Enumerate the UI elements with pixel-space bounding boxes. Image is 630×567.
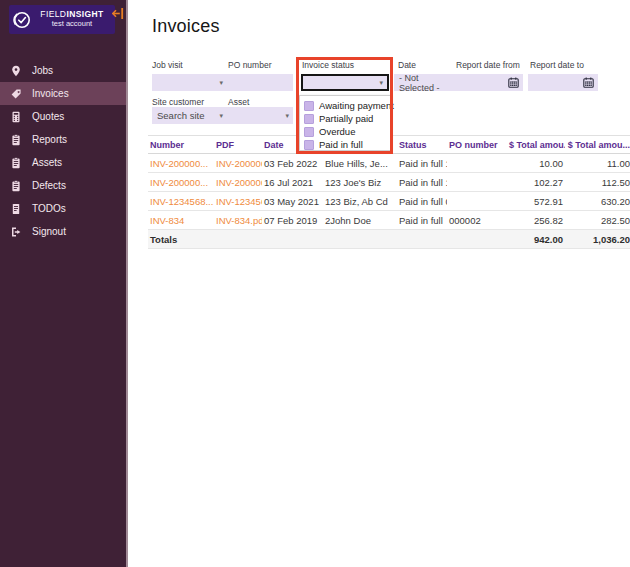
invoice-po <box>447 154 507 173</box>
invoice-total-inc: 112.50 <box>565 173 630 192</box>
checkbox-icon[interactable] <box>304 140 314 150</box>
invoice-total-inc: 630.20 <box>565 192 630 211</box>
invoice-po <box>447 173 507 192</box>
table-row: INV-200000... INV-200000... 16 Jul 2021 … <box>148 173 630 192</box>
site-customer-select[interactable]: Search site ▾ <box>152 107 227 124</box>
sidebar-item-assets[interactable]: Assets <box>0 151 126 174</box>
logo-text: FIELDINSIGHT test account <box>32 10 112 28</box>
sidebar-item-label: Signout <box>32 226 66 237</box>
job-visit-label: Job visit <box>152 60 183 70</box>
sidebar-item-invoices[interactable]: Invoices <box>0 82 126 105</box>
chevron-down-icon: ▾ <box>219 112 223 120</box>
col-header-pdf[interactable]: PDF <box>214 136 262 154</box>
sidebar-item-label: Jobs <box>32 65 53 76</box>
option-overdue[interactable]: Overdue <box>304 125 390 138</box>
invoice-status: Paid in full 1... <box>397 173 447 192</box>
invoice-po <box>447 192 507 211</box>
invoice-number-link[interactable]: INV-200000... <box>148 173 214 192</box>
clipboard-icon <box>10 157 22 169</box>
invoice-total-inc: 11.00 <box>565 154 630 173</box>
report-date-to-input[interactable] <box>528 74 598 91</box>
invoice-pdf-link[interactable]: INV-200000... <box>214 173 262 192</box>
invoice-date: 07 Feb 2019 <box>262 211 323 230</box>
calendar-icon[interactable] <box>583 77 594 88</box>
sidebar-item-label: Defects <box>32 180 66 191</box>
sidebar-item-label: Assets <box>32 157 62 168</box>
app-window: FIELDINSIGHT test account Jobs Invoic <box>0 0 630 567</box>
invoice-customer: Blue Hills, Je... <box>323 154 397 173</box>
logo-circle-check-icon <box>12 10 32 30</box>
totals-amount: 942.00 <box>507 230 565 249</box>
invoice-total: 10.00 <box>507 154 565 173</box>
report-date-from-input[interactable] <box>453 74 523 91</box>
sidebar-item-defects[interactable]: Defects <box>0 174 126 197</box>
sidebar-item-label: TODOs <box>32 203 66 214</box>
sidebar-item-reports[interactable]: Reports <box>0 128 126 151</box>
calendar-icon[interactable] <box>508 77 519 88</box>
sidebar-item-label: Invoices <box>32 88 69 99</box>
invoice-pdf-link[interactable]: INV-200000... <box>214 154 262 173</box>
invoice-status: Paid in full <box>397 211 447 230</box>
invoice-date: 03 May 2021 <box>262 192 323 211</box>
document-icon <box>10 203 22 215</box>
totals-label: Totals <box>148 230 214 249</box>
col-header-po[interactable]: PO number <box>447 136 507 154</box>
sidebar-item-label: Quotes <box>32 111 64 122</box>
invoice-number-link[interactable]: INV-834 <box>148 211 214 230</box>
sidebar-item-label: Reports <box>32 134 67 145</box>
collapse-sidebar-icon[interactable] <box>112 7 124 20</box>
sidebar-item-todos[interactable]: TODOs <box>0 197 126 220</box>
account-name: test account <box>32 20 112 29</box>
option-awaiting-payment[interactable]: Awaiting payment <box>304 99 390 112</box>
sidebar-nav: Jobs Invoices Quotes <box>0 59 126 243</box>
invoice-number-link[interactable]: INV-1234568... <box>148 192 214 211</box>
invoice-po: 000002 <box>447 211 507 230</box>
fieldinsight-logo: FIELDINSIGHT test account <box>9 5 115 34</box>
checkbox-icon[interactable] <box>304 127 314 137</box>
po-number-input[interactable] <box>227 74 293 91</box>
invoice-number-link[interactable]: INV-200000... <box>148 154 214 173</box>
col-header-total2[interactable]: $ Total amou... <box>565 136 630 154</box>
invoice-total-inc: 282.50 <box>565 211 630 230</box>
po-number-label: PO number <box>228 60 271 70</box>
table-row: INV-200000... INV-200000... 03 Feb 2022 … <box>148 154 630 173</box>
invoice-total: 572.91 <box>507 192 565 211</box>
table-row: INV-1234568... INV-1234568... 03 May 202… <box>148 192 630 211</box>
signout-icon <box>10 226 22 238</box>
report-date-from-label: Report date from <box>456 60 520 70</box>
invoice-status-select[interactable]: ▾ <box>301 74 389 91</box>
sidebar-item-jobs[interactable]: Jobs <box>0 59 126 82</box>
clipboard-icon <box>10 134 22 146</box>
col-header-number[interactable]: Number <box>148 136 214 154</box>
invoice-total: 256.82 <box>507 211 565 230</box>
col-header-total1[interactable]: $ Total amou... <box>507 136 565 154</box>
date-label: Date <box>398 60 416 70</box>
option-partially-paid[interactable]: Partially paid <box>304 112 390 125</box>
invoice-total: 102.27 <box>507 173 565 192</box>
invoice-pdf-link[interactable]: INV-834.pdf <box>214 211 262 230</box>
invoice-pdf-link[interactable]: INV-1234568... <box>214 192 262 211</box>
chevron-down-icon: ▾ <box>285 112 289 120</box>
checkbox-icon[interactable] <box>304 101 314 111</box>
tag-icon <box>10 88 22 100</box>
chevron-down-icon: ▾ <box>219 79 223 87</box>
sidebar-item-signout[interactable]: Signout <box>0 220 126 243</box>
totals-row: Totals 942.00 1,036.20 <box>148 230 630 249</box>
page-title: Invoices <box>152 16 220 37</box>
invoice-customer: 123 Biz, Ab Cd <box>323 192 397 211</box>
table-row: INV-834 INV-834.pdf 07 Feb 2019 2John Do… <box>148 211 630 230</box>
invoice-status-dropdown: Awaiting payment Partially paid Overdue … <box>299 95 391 151</box>
job-visit-select[interactable]: ▾ <box>152 74 227 91</box>
asset-select[interactable]: ▾ <box>227 107 293 124</box>
site-customer-label: Site customer <box>152 97 204 107</box>
invoice-status-label: Invoice status <box>302 60 354 70</box>
option-paid-in-full[interactable]: Paid in full <box>304 138 390 151</box>
chevron-down-icon: ▾ <box>379 79 383 87</box>
checkbox-icon[interactable] <box>304 114 314 124</box>
col-header-status[interactable]: Status <box>397 136 447 154</box>
sidebar-item-quotes[interactable]: Quotes <box>0 105 126 128</box>
date-select[interactable]: - Not Selected - <box>394 74 457 91</box>
invoice-date: 03 Feb 2022 <box>262 154 323 173</box>
invoice-customer: 123 Joe's Biz <box>323 173 397 192</box>
invoice-date: 16 Jul 2021 <box>262 173 323 192</box>
